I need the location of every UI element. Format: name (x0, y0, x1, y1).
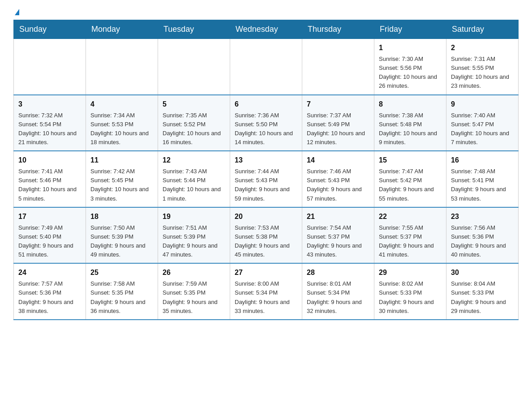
day-number: 6 (235, 99, 297, 110)
day-number: 5 (163, 99, 225, 110)
day-number: 7 (307, 99, 369, 110)
calendar-cell: 15Sunrise: 7:47 AMSunset: 5:42 PMDayligh… (374, 151, 446, 207)
day-number: 17 (18, 211, 81, 222)
day-number: 23 (451, 211, 514, 222)
day-info: Sunrise: 7:53 AMSunset: 5:38 PMDaylight:… (235, 223, 297, 260)
day-number: 26 (163, 267, 225, 278)
day-info: Sunrise: 7:56 AMSunset: 5:36 PMDaylight:… (451, 223, 514, 260)
day-info: Sunrise: 7:43 AMSunset: 5:44 PMDaylight:… (163, 167, 225, 203)
day-number: 20 (235, 211, 297, 222)
day-number: 30 (451, 267, 514, 278)
day-number: 18 (90, 211, 153, 222)
day-number: 22 (379, 211, 442, 222)
calendar-cell: 29Sunrise: 8:02 AMSunset: 5:33 PMDayligh… (374, 263, 446, 320)
day-number: 3 (18, 99, 81, 110)
calendar-week-row: 17Sunrise: 7:49 AMSunset: 5:40 PMDayligh… (14, 207, 519, 264)
day-info: Sunrise: 7:38 AMSunset: 5:48 PMDaylight:… (379, 111, 442, 147)
day-info: Sunrise: 7:54 AMSunset: 5:37 PMDaylight:… (307, 223, 369, 260)
day-info: Sunrise: 7:40 AMSunset: 5:47 PMDaylight:… (451, 111, 514, 147)
calendar-cell: 1Sunrise: 7:30 AMSunset: 5:56 PMDaylight… (374, 39, 446, 95)
day-info: Sunrise: 7:41 AMSunset: 5:46 PMDaylight:… (18, 167, 81, 203)
page-header (13, 9, 519, 15)
day-number: 24 (18, 267, 81, 278)
weekday-header-sunday: Sunday (14, 20, 86, 39)
day-info: Sunrise: 7:49 AMSunset: 5:40 PMDaylight:… (18, 223, 81, 260)
logo (13, 9, 19, 15)
calendar-cell: 10Sunrise: 7:41 AMSunset: 5:46 PMDayligh… (14, 151, 86, 207)
calendar-cell: 9Sunrise: 7:40 AMSunset: 5:47 PMDaylight… (446, 95, 519, 151)
calendar-cell: 26Sunrise: 7:59 AMSunset: 5:35 PMDayligh… (158, 263, 230, 320)
day-number: 12 (163, 155, 225, 166)
day-number: 27 (235, 267, 297, 278)
weekday-header-tuesday: Tuesday (158, 20, 230, 39)
calendar-cell: 25Sunrise: 7:58 AMSunset: 5:35 PMDayligh… (86, 263, 158, 320)
calendar-cell (14, 39, 86, 95)
calendar-cell: 16Sunrise: 7:48 AMSunset: 5:41 PMDayligh… (446, 151, 519, 207)
day-number: 16 (451, 155, 514, 166)
calendar-cell: 20Sunrise: 7:53 AMSunset: 5:38 PMDayligh… (230, 207, 302, 264)
day-info: Sunrise: 7:30 AMSunset: 5:56 PMDaylight:… (379, 55, 442, 91)
calendar-table: SundayMondayTuesdayWednesdayThursdayFrid… (13, 20, 519, 320)
day-info: Sunrise: 7:48 AMSunset: 5:41 PMDaylight:… (451, 167, 514, 203)
day-number: 29 (379, 267, 442, 278)
day-info: Sunrise: 7:51 AMSunset: 5:39 PMDaylight:… (163, 223, 225, 260)
weekday-header-saturday: Saturday (446, 20, 519, 39)
weekday-header-friday: Friday (374, 20, 446, 39)
day-number: 10 (18, 155, 81, 166)
day-info: Sunrise: 7:58 AMSunset: 5:35 PMDaylight:… (90, 279, 153, 316)
calendar-cell: 5Sunrise: 7:35 AMSunset: 5:52 PMDaylight… (158, 95, 230, 151)
day-number: 4 (90, 99, 153, 110)
calendar-cell: 28Sunrise: 8:01 AMSunset: 5:34 PMDayligh… (302, 263, 374, 320)
day-number: 1 (379, 43, 442, 53)
calendar-week-row: 10Sunrise: 7:41 AMSunset: 5:46 PMDayligh… (14, 151, 519, 207)
day-info: Sunrise: 7:31 AMSunset: 5:55 PMDaylight:… (451, 55, 514, 91)
day-info: Sunrise: 7:44 AMSunset: 5:43 PMDaylight:… (235, 167, 297, 203)
calendar-cell: 3Sunrise: 7:32 AMSunset: 5:54 PMDaylight… (14, 95, 86, 151)
day-number: 21 (307, 211, 369, 222)
calendar-cell: 21Sunrise: 7:54 AMSunset: 5:37 PMDayligh… (302, 207, 374, 264)
day-number: 11 (90, 155, 153, 166)
calendar-cell: 18Sunrise: 7:50 AMSunset: 5:39 PMDayligh… (86, 207, 158, 264)
calendar-cell: 7Sunrise: 7:37 AMSunset: 5:49 PMDaylight… (302, 95, 374, 151)
day-info: Sunrise: 7:36 AMSunset: 5:50 PMDaylight:… (235, 111, 297, 147)
day-number: 25 (90, 267, 153, 278)
calendar-cell: 8Sunrise: 7:38 AMSunset: 5:48 PMDaylight… (374, 95, 446, 151)
weekday-header-wednesday: Wednesday (230, 20, 302, 39)
day-number: 19 (163, 211, 225, 222)
calendar-cell: 19Sunrise: 7:51 AMSunset: 5:39 PMDayligh… (158, 207, 230, 264)
calendar-week-row: 24Sunrise: 7:57 AMSunset: 5:36 PMDayligh… (14, 263, 519, 320)
calendar-cell (86, 39, 158, 95)
day-info: Sunrise: 7:55 AMSunset: 5:37 PMDaylight:… (379, 223, 442, 260)
day-number: 28 (307, 267, 369, 278)
weekday-header-row: SundayMondayTuesdayWednesdayThursdayFrid… (14, 20, 519, 39)
day-info: Sunrise: 7:37 AMSunset: 5:49 PMDaylight:… (307, 111, 369, 147)
day-number: 14 (307, 155, 369, 166)
calendar-body: 1Sunrise: 7:30 AMSunset: 5:56 PMDaylight… (14, 39, 519, 320)
calendar-cell (158, 39, 230, 95)
calendar-cell: 14Sunrise: 7:46 AMSunset: 5:43 PMDayligh… (302, 151, 374, 207)
calendar-cell: 6Sunrise: 7:36 AMSunset: 5:50 PMDaylight… (230, 95, 302, 151)
day-info: Sunrise: 7:42 AMSunset: 5:45 PMDaylight:… (90, 167, 153, 203)
day-info: Sunrise: 7:32 AMSunset: 5:54 PMDaylight:… (18, 111, 81, 147)
day-info: Sunrise: 7:35 AMSunset: 5:52 PMDaylight:… (163, 111, 225, 147)
day-info: Sunrise: 8:00 AMSunset: 5:34 PMDaylight:… (235, 279, 297, 316)
weekday-header-thursday: Thursday (302, 20, 374, 39)
calendar-cell: 17Sunrise: 7:49 AMSunset: 5:40 PMDayligh… (14, 207, 86, 264)
day-info: Sunrise: 7:57 AMSunset: 5:36 PMDaylight:… (18, 279, 81, 316)
calendar-cell: 12Sunrise: 7:43 AMSunset: 5:44 PMDayligh… (158, 151, 230, 207)
day-number: 2 (451, 43, 514, 53)
calendar-cell: 22Sunrise: 7:55 AMSunset: 5:37 PMDayligh… (374, 207, 446, 264)
day-number: 9 (451, 99, 514, 110)
weekday-header-monday: Monday (86, 20, 158, 39)
day-info: Sunrise: 7:47 AMSunset: 5:42 PMDaylight:… (379, 167, 442, 203)
calendar-cell: 27Sunrise: 8:00 AMSunset: 5:34 PMDayligh… (230, 263, 302, 320)
calendar-cell (230, 39, 302, 95)
calendar-cell: 11Sunrise: 7:42 AMSunset: 5:45 PMDayligh… (86, 151, 158, 207)
day-info: Sunrise: 7:46 AMSunset: 5:43 PMDaylight:… (307, 167, 369, 203)
logo-triangle-icon (15, 9, 19, 15)
calendar-cell: 30Sunrise: 8:04 AMSunset: 5:33 PMDayligh… (446, 263, 519, 320)
day-info: Sunrise: 8:01 AMSunset: 5:34 PMDaylight:… (307, 279, 369, 316)
day-info: Sunrise: 7:59 AMSunset: 5:35 PMDaylight:… (163, 279, 225, 316)
day-info: Sunrise: 7:50 AMSunset: 5:39 PMDaylight:… (90, 223, 153, 260)
day-number: 15 (379, 155, 442, 166)
